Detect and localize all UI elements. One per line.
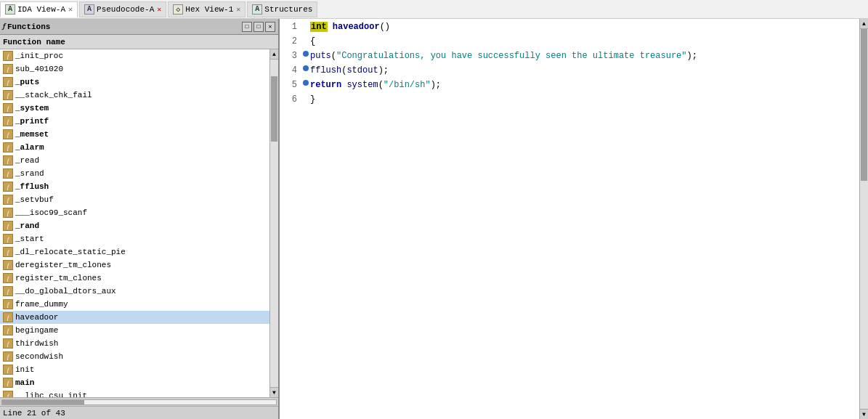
paren: ( xyxy=(378,80,384,90)
tab-pseudo-close[interactable]: ✕ xyxy=(157,5,161,14)
panel-controls: □ □ ✕ xyxy=(242,22,275,32)
tab-structures[interactable]: A Structures xyxy=(247,1,317,17)
function-item[interactable]: f_setvbuf xyxy=(0,193,269,206)
scroll-up[interactable]: ▲ xyxy=(270,49,278,60)
maximize-btn[interactable]: □ xyxy=(253,22,264,32)
function-item[interactable]: f_alarm xyxy=(0,141,269,154)
panel-title: 𝑓 Functions xyxy=(3,23,50,31)
function-name: _srand xyxy=(15,169,44,178)
function-item[interactable]: fregister_tm_clones xyxy=(0,272,269,285)
function-item[interactable]: fhaveadoor xyxy=(0,311,269,324)
hex-icon: ◇ xyxy=(173,4,183,15)
breakpoint-dot[interactable] xyxy=(303,80,309,86)
tab-ida-close[interactable]: ✕ xyxy=(68,5,73,14)
line-number: 1 xyxy=(283,22,297,32)
function-name: _start xyxy=(15,235,44,243)
code-scrollbar[interactable]: ▲ ▼ xyxy=(859,19,868,419)
code-scroll-thumb[interactable] xyxy=(861,29,867,181)
breakpoint-dot[interactable] xyxy=(303,65,309,71)
function-item[interactable]: finit xyxy=(0,363,269,376)
function-name: _memset xyxy=(15,130,49,139)
tab-hex-view[interactable]: ◇ Hex View-1 ✕ xyxy=(168,1,246,17)
paren-close: ); xyxy=(378,65,389,76)
code-line: 1int haveadoor() xyxy=(283,22,856,36)
function-name: frame_dummy xyxy=(15,300,68,309)
function-item[interactable]: fbegingame xyxy=(0,324,269,337)
function-icon: f xyxy=(3,208,13,218)
code-scroll-up[interactable]: ▲ xyxy=(860,19,868,29)
function-item[interactable]: fderegister_tm_clones xyxy=(0,259,269,272)
function-icon: f xyxy=(3,312,13,322)
line-code-content: { xyxy=(310,36,856,46)
function-icon: f xyxy=(3,51,13,61)
function-item[interactable]: f__stack_chk_fail xyxy=(0,89,269,102)
function-item[interactable]: f_rand xyxy=(0,219,269,232)
paren: ( xyxy=(331,51,336,61)
stdout: stdout xyxy=(346,65,378,76)
tab-pseudocode[interactable]: A Pseudocode-A ✕ xyxy=(79,1,166,17)
line-number: 2 xyxy=(283,36,297,46)
main-container: A IDA View-A ✕ A Pseudocode-A ✕ ◇ Hex Vi… xyxy=(0,0,868,419)
function-item[interactable]: f__do_global_dtors_aux xyxy=(0,285,269,298)
function-name: main xyxy=(15,378,34,387)
code-line: 3puts("Congratulations, you have success… xyxy=(283,51,856,65)
tab-ida-view[interactable]: A IDA View-A ✕ xyxy=(0,1,78,17)
function-icon: f xyxy=(3,378,13,388)
functions-scrollbar[interactable]: ▲ ▼ xyxy=(269,49,278,397)
status-text: Line 21 of 43 xyxy=(3,409,65,418)
code-line: 5return system("/bin/sh"); xyxy=(283,80,856,94)
function-item[interactable]: f_fflush xyxy=(0,180,269,193)
content-area: 𝑓 Functions □ □ ✕ Function name f_init_p… xyxy=(0,19,868,419)
function-name: _setvbuf xyxy=(15,195,54,204)
function-icon: f xyxy=(3,103,13,113)
function-name: _alarm xyxy=(15,143,44,152)
function-name: register_tm_clones xyxy=(15,274,102,282)
line-number: 4 xyxy=(283,65,297,76)
function-item[interactable]: f___isoc99_scanf xyxy=(0,206,269,219)
function-icon: f xyxy=(3,338,13,349)
line-dot xyxy=(301,65,310,71)
string-binsh: "/bin/sh" xyxy=(384,80,431,90)
pseudo-icon: A xyxy=(84,4,94,15)
function-icon: f xyxy=(3,129,13,139)
close-btn[interactable]: ✕ xyxy=(265,22,275,32)
kw-return: return xyxy=(310,80,341,90)
function-item[interactable]: fthirdwish xyxy=(0,337,269,350)
function-item[interactable]: f_init_proc xyxy=(0,49,269,62)
function-item[interactable]: fsub_401020 xyxy=(0,62,269,76)
code-content: 1int haveadoor()2{3puts("Congratulations… xyxy=(280,19,859,112)
function-name: __do_global_dtors_aux xyxy=(15,287,116,296)
code-scroll-down[interactable]: ▼ xyxy=(860,409,868,419)
function-icon: f xyxy=(3,286,13,296)
line-dot xyxy=(301,80,310,86)
line-number: 5 xyxy=(283,80,297,90)
function-name: _dl_relocate_static_pie xyxy=(15,248,126,256)
breakpoint-dot[interactable] xyxy=(303,51,309,57)
function-item[interactable]: fmain xyxy=(0,376,269,389)
function-item[interactable]: f_dl_relocate_static_pie xyxy=(0,245,269,259)
minimize-btn[interactable]: □ xyxy=(242,22,252,32)
scroll-down[interactable]: ▼ xyxy=(270,387,278,397)
function-item[interactable]: fsecondwish xyxy=(0,350,269,363)
function-icon: f xyxy=(3,391,13,397)
function-icon: f xyxy=(3,90,13,100)
function-item[interactable]: fframe_dummy xyxy=(0,298,269,311)
function-name: _puts xyxy=(15,78,39,86)
function-item[interactable]: f_read xyxy=(0,154,269,167)
tab-hex-label: Hex View-1 xyxy=(185,5,233,14)
function-item[interactable]: f_printf xyxy=(0,115,269,128)
functions-list[interactable]: f_init_procfsub_401020f_putsf__stack_chk… xyxy=(0,49,269,397)
function-item[interactable]: f_srand xyxy=(0,167,269,180)
code-line: 6} xyxy=(283,94,856,109)
function-item[interactable]: f_system xyxy=(0,102,269,115)
function-item[interactable]: f_start xyxy=(0,232,269,245)
function-item[interactable]: f_puts xyxy=(0,76,269,89)
code-line: 4fflush(stdout); xyxy=(283,65,856,80)
function-item[interactable]: f__libc_csu_init xyxy=(0,389,269,397)
scroll-thumb[interactable] xyxy=(271,76,277,142)
tab-bar: A IDA View-A ✕ A Pseudocode-A ✕ ◇ Hex Vi… xyxy=(0,0,868,19)
h-scrollbar[interactable] xyxy=(1,399,277,405)
tab-hex-close[interactable]: ✕ xyxy=(236,5,240,14)
ida-icon: A xyxy=(5,4,15,15)
function-item[interactable]: f_memset xyxy=(0,128,269,141)
